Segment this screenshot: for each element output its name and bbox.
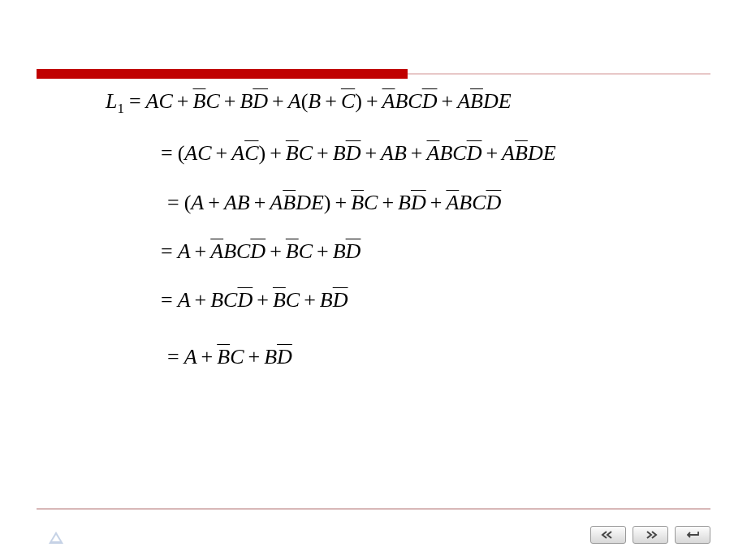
nav-controls (590, 526, 710, 544)
divider-accent (37, 69, 408, 79)
equation-line-3: =(A+AB+ABDE)+BC+BD+ABCD (106, 189, 698, 215)
equation-block: L1=AC+BC+BD+A(B+C)+ABCD+ABDE =(AC+AC)+BC… (106, 88, 698, 369)
next-button[interactable] (633, 526, 668, 544)
equation-line-5: =A+BCD+BC+BD (106, 286, 698, 312)
prev-button[interactable] (590, 526, 626, 544)
footer-divider (37, 508, 710, 510)
logo-icon (49, 532, 63, 544)
chevron-right-icon (642, 531, 658, 539)
equation-line-1: L1=AC+BC+BD+A(B+C)+ABCD+ABDE (106, 88, 698, 117)
equation-line-2: =(AC+AC)+BC+BD+AB+ABCD+ABDE (106, 140, 698, 166)
header-divider (37, 69, 710, 80)
enter-button[interactable] (675, 526, 710, 544)
chevron-left-icon (600, 531, 616, 539)
return-icon (684, 530, 702, 540)
equation-line-6: =A+BC+BD (106, 343, 698, 369)
equation-line-4: =A+ABCD+BC+BD (106, 238, 698, 264)
